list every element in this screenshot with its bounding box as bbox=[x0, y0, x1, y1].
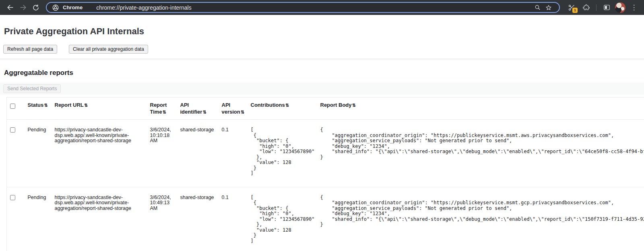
url-bar[interactable]: Chrome chrome://private-aggregation-inte… bbox=[46, 2, 560, 13]
back-arrow-icon bbox=[6, 4, 14, 11]
reports-tbody: Pending https://privacy-sandcastle-dev-d… bbox=[7, 120, 644, 251]
sort-icon[interactable]: ⇅ bbox=[44, 103, 47, 108]
clipping-badge: 1 bbox=[572, 7, 578, 13]
header-api-version[interactable]: API version⇅ bbox=[219, 97, 248, 120]
reload-button[interactable] bbox=[30, 2, 42, 14]
profile-avatar[interactable] bbox=[615, 2, 625, 13]
table-row: Pending https://privacy-sandcastle-dev-d… bbox=[7, 187, 644, 251]
sort-icon[interactable]: ⇅ bbox=[285, 103, 289, 108]
zoom-icon[interactable] bbox=[532, 3, 543, 12]
sort-icon[interactable]: ⇅ bbox=[241, 110, 244, 114]
header-report-body[interactable]: Report Body⇅ bbox=[317, 97, 644, 120]
reports-table-container: Status⇅ Report URL⇅ Report Time⇅ API ide… bbox=[6, 97, 644, 251]
chrome-logo-icon bbox=[52, 4, 59, 11]
row-checkbox[interactable] bbox=[10, 127, 15, 133]
table-row: Pending https://privacy-sandcastle-dev-d… bbox=[7, 120, 644, 187]
cell-contributions: [ { "bucket": { "high": "0", "low": "123… bbox=[248, 187, 317, 251]
section-divider bbox=[0, 59, 644, 59]
toolbar-divider bbox=[596, 4, 597, 11]
page-title: Private Aggregation API Internals bbox=[4, 26, 644, 37]
url-scheme-label: Chrome bbox=[63, 4, 83, 10]
cell-report-url: https://privacy-sandcastle-dev-dsp.web.a… bbox=[52, 187, 147, 251]
cell-api-version: 0.1 bbox=[219, 120, 248, 187]
side-panel-icon[interactable] bbox=[601, 2, 613, 14]
reports-table: Status⇅ Report URL⇅ Report Time⇅ API ide… bbox=[6, 97, 644, 251]
cell-api-identifier: shared-storage bbox=[177, 187, 219, 251]
cell-report-body: { "aggregation_coordinator_origin": "htt… bbox=[317, 187, 644, 251]
contributions-json: [ { "bucket": { "high": "0", "low": "123… bbox=[251, 195, 314, 244]
browser-menu-icon[interactable]: ⋮ bbox=[628, 2, 640, 14]
cell-api-version: 0.1 bbox=[219, 187, 248, 251]
browser-toolbar: Chrome chrome://private-aggregation-inte… bbox=[0, 0, 644, 15]
send-selected-reports-button[interactable]: Send Selected Reports bbox=[3, 84, 61, 93]
select-all-checkbox[interactable] bbox=[10, 104, 15, 109]
sort-icon[interactable]: ⇅ bbox=[352, 103, 356, 108]
cell-contributions: [ { "bucket": { "high": "0", "low": "123… bbox=[248, 120, 317, 187]
clipping-tool-icon[interactable]: 1 bbox=[566, 2, 578, 14]
forward-button[interactable] bbox=[17, 2, 29, 14]
report-body-json: { "aggregation_coordinator_origin": "htt… bbox=[320, 127, 644, 160]
cell-report-time: 3/6/2024, 10:49:13 AM bbox=[147, 187, 177, 251]
reload-icon bbox=[32, 4, 39, 11]
url-text[interactable]: chrome://private-aggregation-internals bbox=[96, 4, 192, 11]
forward-arrow-icon bbox=[19, 4, 27, 11]
aggregatable-reports-heading: Aggregatable reports bbox=[4, 69, 644, 77]
clear-all-button[interactable]: Clear all private aggregation data bbox=[69, 45, 148, 54]
back-button[interactable] bbox=[4, 2, 16, 14]
cell-status: Pending bbox=[25, 120, 52, 187]
send-reports-bar: Send Selected Reports bbox=[0, 83, 644, 95]
header-status[interactable]: Status⇅ bbox=[25, 97, 52, 120]
table-header-row: Status⇅ Report URL⇅ Report Time⇅ API ide… bbox=[7, 97, 644, 120]
header-report-url[interactable]: Report URL⇅ bbox=[52, 97, 147, 120]
page-action-buttons: Refresh all page data Clear all private … bbox=[3, 45, 644, 54]
report-body-json: { "aggregation_coordinator_origin": "htt… bbox=[320, 195, 644, 228]
sort-icon[interactable]: ⇅ bbox=[84, 103, 88, 108]
refresh-all-button[interactable]: Refresh all page data bbox=[3, 45, 57, 54]
sort-icon[interactable]: ⇅ bbox=[163, 110, 166, 114]
cell-report-time: 3/6/2024, 10:10:18 AM bbox=[147, 120, 177, 187]
sort-icon[interactable]: ⇅ bbox=[202, 110, 206, 114]
cell-api-identifier: shared-storage bbox=[177, 120, 219, 187]
header-report-time[interactable]: Report Time⇅ bbox=[147, 97, 177, 120]
cell-report-body: { "aggregation_coordinator_origin": "htt… bbox=[317, 120, 644, 187]
header-contributions[interactable]: Contributions⇅ bbox=[248, 97, 317, 120]
contributions-json: [ { "bucket": { "high": "0", "low": "123… bbox=[251, 127, 314, 176]
cell-report-url: https://privacy-sandcastle-dev-dsp.web.a… bbox=[52, 120, 147, 187]
bookmark-star-icon[interactable] bbox=[543, 3, 554, 12]
header-api-identifier[interactable]: API identifier⇅ bbox=[177, 97, 219, 120]
toolbar-right-cluster: 1 ⋮ bbox=[566, 2, 640, 14]
cell-status: Pending bbox=[25, 187, 52, 251]
row-checkbox[interactable] bbox=[10, 195, 15, 200]
page-content: Private Aggregation API Internals Refres… bbox=[0, 26, 644, 251]
extensions-icon[interactable] bbox=[580, 2, 592, 14]
